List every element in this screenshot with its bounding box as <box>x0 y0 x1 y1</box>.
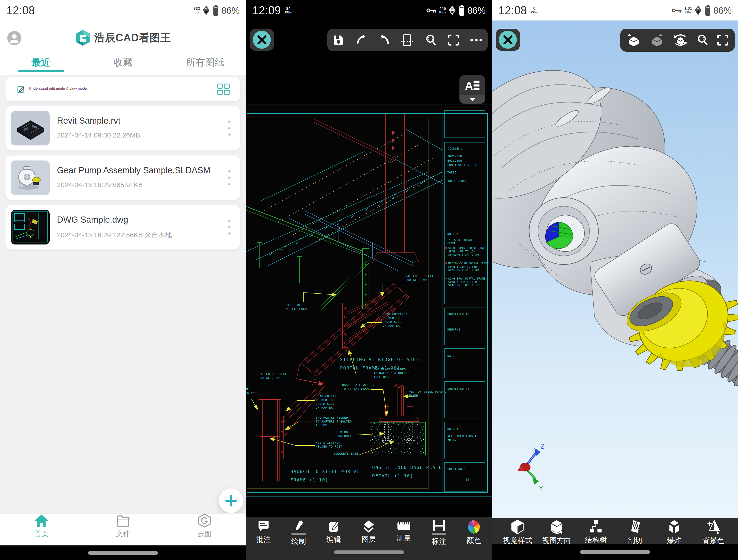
file-menu-icon[interactable] <box>228 169 231 186</box>
battery-icon <box>212 5 219 16</box>
tab-all-drawings[interactable]: 所有图纸 <box>164 52 246 73</box>
zoom-select-button[interactable] <box>691 29 714 51</box>
file-thumbnail <box>11 210 50 244</box>
cad-drawing-canvas[interactable]: RAFTER OF STEEL PORTAL FRAME RIDGE OF PO… <box>246 104 492 504</box>
redo-view-button[interactable] <box>645 29 668 51</box>
status-bar-right: 12:08 0KB/s 1.01KB/s <box>492 0 738 21</box>
annotate-icon <box>257 520 270 533</box>
status-time: 12:09 <box>252 4 281 17</box>
tool-view-direction[interactable]: 视图方向 <box>536 520 577 546</box>
save-button[interactable] <box>328 29 349 51</box>
dropdown-arrow <box>459 95 485 104</box>
tool-visual-style[interactable]: 视觉样式 <box>497 520 537 546</box>
file-meta: 2024-04-13 16:29 122.56KB 来自本地 <box>57 230 172 240</box>
gear-pump-3d-model: Z Y <box>492 20 738 518</box>
model-viewport[interactable]: Z Y <box>492 20 738 518</box>
gesture-area <box>492 544 738 560</box>
tool-annotate[interactable]: 批注 <box>246 520 281 545</box>
close-model-button[interactable] <box>496 29 520 51</box>
close-drawing-button[interactable] <box>250 29 274 51</box>
app-logo: 浩辰CAD看图王 <box>0 27 246 49</box>
file-card-revit[interactable]: Revit Sample.rvt 2024-04-14 09:30 22.26M… <box>5 106 240 150</box>
tool-structure-tree[interactable]: 结构树 <box>576 520 616 545</box>
zoom-select-button[interactable] <box>421 29 442 51</box>
structure-tree-icon <box>589 520 603 534</box>
gesture-pill[interactable] <box>88 551 158 555</box>
cad-label: BEAM CUTTINGS WELDED TO UNDER SIDE OF RA… <box>383 313 407 328</box>
file-card-gearpump[interactable]: Gear Pump Assembly Sample.SLDASM 2024-04… <box>5 155 240 200</box>
split-view-button[interactable] <box>397 29 417 51</box>
axis-y-label: Y <box>539 484 543 492</box>
tip-banner-text: Understand edit mode & view mode <box>29 86 87 90</box>
visual-style-icon <box>511 520 524 534</box>
explode-icon <box>668 520 681 534</box>
redo-button[interactable] <box>374 29 395 51</box>
key-icon <box>672 7 682 14</box>
cad-label: BEAM CUTTING WELDED TO UNDER SIDE OF RAF… <box>316 395 339 410</box>
view-direction-icon <box>550 520 563 534</box>
fullscreen-button[interactable] <box>711 29 734 51</box>
undo-view-button[interactable] <box>622 29 645 51</box>
gesture-pill[interactable] <box>334 550 404 554</box>
drawing-toolbar <box>327 29 488 51</box>
text-style-button[interactable]: A <box>459 75 485 104</box>
color-wheel-icon <box>468 520 480 534</box>
cad-label: RIDGE OF PORTAL FRAME <box>286 304 309 311</box>
edit-icon <box>327 520 340 533</box>
more-button[interactable] <box>466 29 487 51</box>
titleblock-topic: PORTAL FRAME <box>446 179 468 183</box>
add-file-button[interactable] <box>219 489 243 513</box>
tool-edit[interactable]: 编辑 <box>316 520 351 545</box>
fullscreen-button[interactable] <box>443 29 464 51</box>
cad-label: POST OF STEEL PORTAL FRAME <box>408 390 446 398</box>
cad-label: STIFFENER WELDED TO TOP OF POST <box>246 388 257 399</box>
tab-favorites[interactable]: 收藏 <box>82 52 164 73</box>
tool-color[interactable]: 颜色 <box>456 520 491 545</box>
tool-layers[interactable]: 图层 <box>351 520 386 545</box>
file-name: Gear Pump Assembly Sample.SLDASM <box>57 165 211 175</box>
panel-home: 12:08 332B/s 86% <box>0 0 246 560</box>
undo-button[interactable] <box>351 29 372 51</box>
gesture-pill[interactable] <box>580 550 650 554</box>
titleblock-note2: NOTE : <box>447 427 458 431</box>
edit-mode-icon <box>17 86 25 93</box>
key-icon <box>426 7 437 14</box>
pencil-icon <box>292 520 305 532</box>
nav-home[interactable]: 首页 <box>14 514 69 546</box>
cad-label: RAFTER OF STEEL PORTAL FRAME <box>259 372 287 380</box>
file-card-dwg[interactable]: DWG Sample.dwg 2024-04-13 16:29 122.56KB… <box>5 205 240 249</box>
titleblock-topic-header: TOPIC : <box>447 170 460 174</box>
grid-view-icon[interactable] <box>217 83 230 95</box>
close-icon <box>499 31 517 49</box>
tool-explode[interactable]: 爆炸 <box>654 520 694 546</box>
panel-3d-viewer: 12:08 0KB/s 1.01KB/s <box>492 0 738 560</box>
revit-thumb-image <box>11 111 50 145</box>
tool-dimension[interactable]: 标注 <box>421 520 456 547</box>
reset-view-button[interactable] <box>669 29 692 51</box>
file-menu-icon[interactable] <box>228 219 231 235</box>
tip-banner[interactable]: Understand edit mode & view mode <box>5 77 240 101</box>
cad-label: BASE PLATE WELDED TO PORTAL FRAME <box>342 383 374 391</box>
cad-label: RAFTER OF STEEL PORTAL FRAME <box>405 274 434 282</box>
tool-draw[interactable]: 绘制 <box>281 520 316 547</box>
network-speed-right: 1.01KB/s <box>685 7 692 14</box>
panel-dwg-viewer: 12:09 84KB/s 445KB/s <box>246 0 492 560</box>
tool-section[interactable]: 剖切 <box>615 520 655 546</box>
tab-active-indicator <box>18 70 64 72</box>
tool-background-color[interactable]: 背景色 <box>693 520 733 546</box>
titleblock-span-medium: MEDIUM-SPAN PORTAL FRAME SPAN : 16M TO 3… <box>448 262 489 272</box>
cad-label: CONCRETE BASE <box>333 452 358 456</box>
section-cut-icon <box>629 520 641 534</box>
ruler-icon <box>397 520 411 531</box>
svg-text:A: A <box>465 79 473 92</box>
data-usage-icon <box>694 5 702 16</box>
nav-cloud-drawings[interactable]: 云图 <box>177 514 232 546</box>
titleblock-span-short: SHORT-SPAN PORTAL FRAME SPAN : UP TO 15M… <box>448 246 487 256</box>
tool-measure[interactable]: 测量 <box>386 520 421 543</box>
folder-icon <box>115 514 130 528</box>
file-menu-icon[interactable] <box>228 120 231 136</box>
nav-files[interactable]: 文件 <box>96 514 150 546</box>
status-bar-left: 12:08 332B/s 86% <box>0 0 246 21</box>
tool-underline <box>291 533 306 535</box>
network-speed: 332B/s <box>194 7 200 14</box>
